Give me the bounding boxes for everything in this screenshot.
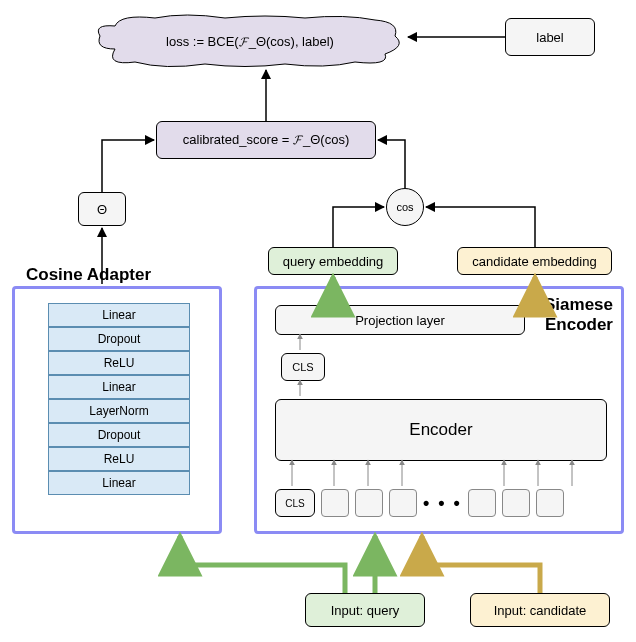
adapter-layer: Linear (48, 375, 190, 399)
token-row: CLS • • • (275, 489, 564, 517)
loss-cloud: loss := BCE(𝓕_Θ(cos), label) (95, 14, 405, 69)
siamese-encoder-module: Siamese Encoder Projection layer CLS Enc… (254, 286, 624, 534)
token-3 (389, 489, 417, 517)
cosine-adapter-title: Cosine Adapter (23, 265, 154, 285)
token-ellipsis: • • • (423, 493, 462, 514)
cls-output-text: CLS (292, 361, 313, 373)
projection-layer-text: Projection layer (355, 313, 445, 328)
input-candidate-box: Input: candidate (470, 593, 610, 627)
theta-text: Θ (97, 202, 107, 217)
adapter-layer: Dropout (48, 423, 190, 447)
projection-layer-box: Projection layer (275, 305, 525, 335)
adapter-layer: Linear (48, 303, 190, 327)
calibrated-score-text: calibrated_score = 𝓕_Θ(cos) (183, 132, 349, 148)
token-4 (468, 489, 496, 517)
adapter-layer: Dropout (48, 327, 190, 351)
label-text: label (536, 30, 563, 45)
adapter-layer: ReLU (48, 447, 190, 471)
adapter-layer: ReLU (48, 351, 190, 375)
candidate-embedding-box: candidate embedding (457, 247, 612, 275)
candidate-embedding-text: candidate embedding (472, 254, 596, 269)
calibrated-score-box: calibrated_score = 𝓕_Θ(cos) (156, 121, 376, 159)
adapter-layer: LayerNorm (48, 399, 190, 423)
cos-text: cos (396, 201, 413, 213)
encoder-box: Encoder (275, 399, 607, 461)
loss-text: loss := BCE(𝓕_Θ(cos), label) (166, 34, 334, 50)
query-embedding-box: query embedding (268, 247, 398, 275)
cls-output-box: CLS (281, 353, 325, 381)
cosine-adapter-module: Cosine Adapter LinearDropoutReLULinearLa… (12, 286, 222, 534)
theta-box: Θ (78, 192, 126, 226)
cosine-adapter-layers: LinearDropoutReLULinearLayerNormDropoutR… (48, 303, 190, 495)
input-query-text: Input: query (331, 603, 400, 618)
encoder-text: Encoder (409, 420, 472, 440)
query-embedding-text: query embedding (283, 254, 383, 269)
input-candidate-text: Input: candidate (494, 603, 587, 618)
token-1 (321, 489, 349, 517)
label-box: label (505, 18, 595, 56)
cos-circle: cos (386, 188, 424, 226)
cls-token: CLS (275, 489, 315, 517)
siamese-encoder-title: Siamese Encoder (544, 295, 613, 335)
token-2 (355, 489, 383, 517)
input-query-box: Input: query (305, 593, 425, 627)
token-6 (536, 489, 564, 517)
adapter-layer: Linear (48, 471, 190, 495)
token-5 (502, 489, 530, 517)
